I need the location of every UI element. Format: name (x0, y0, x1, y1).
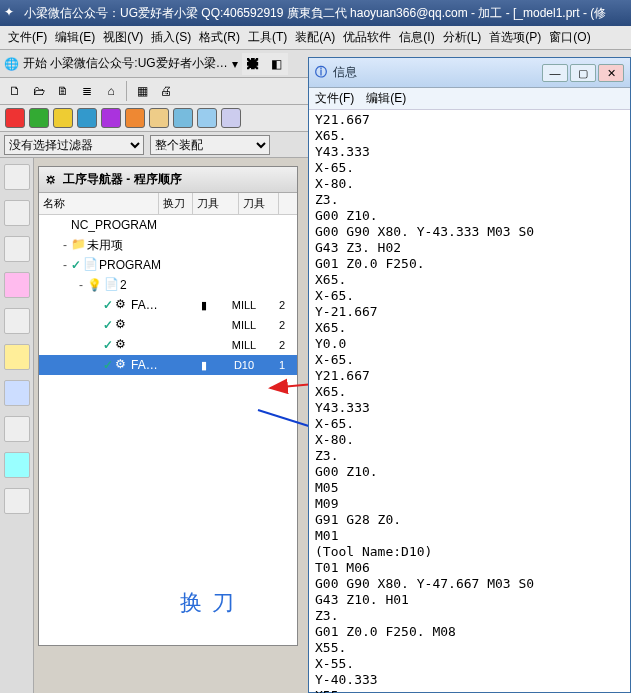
nav-col-1[interactable]: 换刀 (159, 193, 193, 214)
expand-icon[interactable]: - (59, 238, 71, 252)
color-btn-7[interactable] (173, 108, 193, 128)
nav-header: ⛭ 工序导航器 - 程序顺序 (39, 167, 297, 193)
color-btn-0[interactable] (5, 108, 25, 128)
menu-3[interactable]: 插入(S) (147, 29, 195, 46)
tool-num: 2 (267, 319, 297, 331)
color-btn-1[interactable] (29, 108, 49, 128)
menu-7[interactable]: 优品软件 (339, 29, 395, 46)
rail-btn-3[interactable] (4, 236, 30, 262)
tool-num: 2 (267, 299, 297, 312)
tb1-btn7[interactable]: 🖨 (155, 80, 177, 102)
color-btn-2[interactable] (53, 108, 73, 128)
nav-header-icon: ⛭ (45, 173, 57, 187)
nav-body[interactable]: NC_PROGRAM-📁 未用项-✓📄 PROGRAM-💡📄 2✓⚙ FA…▮M… (39, 215, 297, 645)
close-button[interactable]: ✕ (598, 64, 624, 82)
tree-row-3[interactable]: -💡📄 2 (39, 275, 297, 295)
tool-change-icon: ▮ (187, 299, 221, 312)
rail-btn-6[interactable] (4, 344, 30, 370)
row-label: NC_PROGRAM (71, 218, 157, 232)
tb1-btn5[interactable]: ⌂ (100, 80, 122, 102)
main-menubar: 文件(F)编辑(E)视图(V)插入(S)格式(R)工具(T)装配(A)优品软件信… (0, 26, 631, 50)
op-icon: ⚙ (115, 357, 131, 373)
tb1-btn1[interactable]: 🗋 (4, 80, 26, 102)
color-btn-4[interactable] (101, 108, 121, 128)
tool-name: D10 (221, 359, 267, 372)
dropdown-icon[interactable]: ▾ (232, 57, 238, 71)
nav-title: 工序导航器 - 程序顺序 (63, 171, 182, 188)
minimize-button[interactable]: — (542, 64, 568, 82)
tree-row-7[interactable]: ✓⚙ FA…▮D101 (39, 355, 297, 375)
left-rail (0, 158, 34, 693)
menu-0[interactable]: 文件(F) (4, 29, 51, 46)
menu-4[interactable]: 格式(R) (195, 29, 244, 46)
tool-num: 1 (267, 359, 297, 372)
tree-row-1[interactable]: -📁 未用项 (39, 235, 297, 255)
info-menu-0[interactable]: 文件(F) (315, 90, 354, 107)
nav-col-3[interactable]: 刀具 (239, 193, 279, 214)
menu-10[interactable]: 首选项(P) (485, 29, 545, 46)
tree-row-5[interactable]: ✓⚙ MILL2 (39, 315, 297, 335)
filter-select-1[interactable]: 没有选择过滤器 (4, 135, 144, 155)
color-btn-8[interactable] (197, 108, 217, 128)
menu-8[interactable]: 信息(I) (395, 29, 438, 46)
start-icon: 🌐 (4, 57, 19, 71)
tool-button-b[interactable]: ◧ (266, 53, 288, 75)
op-icon: ⚙ (115, 337, 131, 353)
menu-1[interactable]: 编辑(E) (51, 29, 99, 46)
info-window: ⓘ 信息 — ▢ ✕ 文件(F)编辑(E) Y21.667 X65. Y43.3… (308, 57, 631, 693)
rail-btn-2[interactable] (4, 200, 30, 226)
tree-row-2[interactable]: -✓📄 PROGRAM (39, 255, 297, 275)
info-menu-1[interactable]: 编辑(E) (366, 90, 406, 107)
color-btn-9[interactable] (221, 108, 241, 128)
tb1-btn6[interactable]: ▦ (131, 80, 153, 102)
annotation-text: 换 刀 (180, 588, 236, 618)
nav-columns: 名称换刀刀具刀具 (39, 193, 297, 215)
prog-icon: 📄 (104, 277, 120, 293)
check-icon: ✓ (103, 358, 113, 372)
filter-select-2[interactable]: 整个装配 (150, 135, 270, 155)
tb1-btn3[interactable]: 🗎 (52, 80, 74, 102)
prog-icon: 📄 (83, 257, 99, 273)
menu-9[interactable]: 分析(L) (439, 29, 486, 46)
maximize-button[interactable]: ▢ (570, 64, 596, 82)
menu-11[interactable]: 窗口(O) (545, 29, 594, 46)
separator (126, 81, 127, 101)
tool-name: MILL (221, 339, 267, 351)
info-body[interactable]: Y21.667 X65. Y43.333 X-65. X-80. Z3. G00… (309, 110, 630, 693)
app-icon: ✦ (4, 5, 20, 21)
rail-btn-4[interactable] (4, 272, 30, 298)
color-btn-5[interactable] (125, 108, 145, 128)
menu-6[interactable]: 装配(A) (291, 29, 339, 46)
tree-row-0[interactable]: NC_PROGRAM (39, 215, 297, 235)
info-titlebar[interactable]: ⓘ 信息 — ▢ ✕ (309, 58, 630, 88)
rail-btn-10[interactable] (4, 488, 30, 514)
op-icon: ⚙ (115, 317, 131, 333)
rail-btn-1[interactable] (4, 164, 30, 190)
tree-row-4[interactable]: ✓⚙ FA…▮MILL2 (39, 295, 297, 315)
tool-button-a[interactable]: 🞿 (242, 53, 264, 75)
expand-icon[interactable]: - (75, 278, 87, 292)
bulb-icon: 💡 (87, 278, 102, 292)
check-icon: ✓ (71, 258, 81, 272)
rail-btn-9[interactable] (4, 452, 30, 478)
nav-col-0[interactable]: 名称 (39, 193, 159, 214)
nav-col-2[interactable]: 刀具 (193, 193, 239, 214)
rail-btn-7[interactable] (4, 380, 30, 406)
rail-btn-5[interactable] (4, 308, 30, 334)
menu-5[interactable]: 工具(T) (244, 29, 291, 46)
start-label: 开始 小梁微信公众号:UG爱好者小梁… (23, 55, 228, 72)
menu-2[interactable]: 视图(V) (99, 29, 147, 46)
check-icon: ✓ (103, 298, 113, 312)
operation-navigator: ⛭ 工序导航器 - 程序顺序 名称换刀刀具刀具 NC_PROGRAM-📁 未用项… (38, 166, 298, 646)
color-btn-6[interactable] (149, 108, 169, 128)
tb1-btn4[interactable]: ≣ (76, 80, 98, 102)
color-btn-3[interactable] (77, 108, 97, 128)
tool-name: MILL (221, 299, 267, 312)
check-icon: ✓ (103, 338, 113, 352)
rail-btn-8[interactable] (4, 416, 30, 442)
app-titlebar: ✦ 小梁微信公众号：UG爱好者小梁 QQ:406592919 廣東負二代 hao… (0, 0, 631, 26)
expand-icon[interactable]: - (59, 258, 71, 272)
op-icon: ⚙ (115, 297, 131, 313)
tree-row-6[interactable]: ✓⚙ MILL2 (39, 335, 297, 355)
tb1-btn2[interactable]: 🗁 (28, 80, 50, 102)
